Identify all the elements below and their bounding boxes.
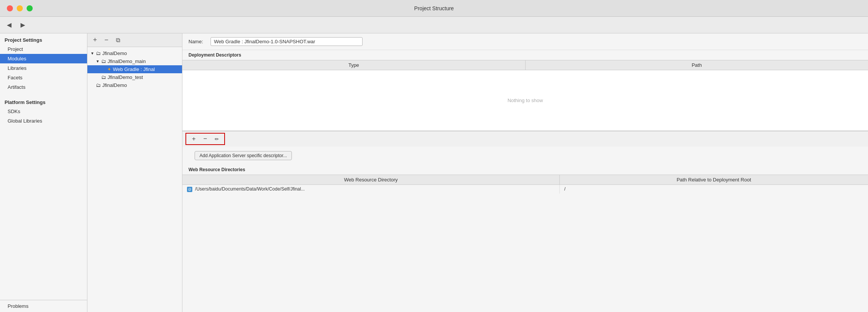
maximize-button[interactable] [27, 5, 33, 11]
folder-icon: 🗂 [96, 82, 101, 88]
platform-settings-heading: Platform Settings [0, 96, 87, 107]
deployment-descriptors-heading: Deployment Descriptors [182, 50, 868, 60]
empty-table-area: Nothing to show [182, 70, 868, 131]
folder-icon: 🗂 [96, 50, 101, 56]
star-icon: ✦ [107, 66, 111, 72]
window-title: Project Structure [414, 5, 454, 11]
sidebar-item-facets[interactable]: Facets [0, 73, 87, 82]
web-resource-table: Web Resource Directory Path Relative to … [182, 175, 868, 194]
tree-item-jfinaldemo2[interactable]: 🗂 JfinalDemo [87, 81, 182, 89]
sidebar-item-modules[interactable]: Modules [0, 54, 87, 63]
name-value[interactable]: Web Gradle : JfinalDemo-1.0-SNAPSHOT.war [211, 37, 363, 46]
titlebar: Project Structure [0, 0, 868, 17]
sidebar-item-artifacts[interactable]: Artifacts [0, 82, 87, 92]
tree-item-jfinaldemo-root[interactable]: ▼ 🗂 JfinalDemo [87, 49, 182, 57]
folder-icon: 🗂 [101, 74, 106, 80]
tree-item-label: JfinalDemo_test [108, 74, 143, 80]
tree-item-label: Web Gradle : Jfinal [113, 66, 155, 72]
tree-item-web-gradle[interactable]: ✦ Web Gradle : Jfinal [87, 65, 182, 73]
project-settings-heading: Project Settings [0, 33, 87, 44]
content-panel: Name: Web Gradle : JfinalDemo-1.0-SNAPSH… [182, 33, 868, 312]
tree-content: ▼ 🗂 JfinalDemo ▼ 🗂 JfinalDemo_main ✦ Web… [87, 47, 182, 312]
add-server-button[interactable]: Add Application Server specific descript… [195, 151, 292, 160]
tree-item-label: JfinalDemo_main [108, 58, 146, 64]
tree-panel: + − ⧉ ▼ 🗂 JfinalDemo ▼ 🗂 JfinalDemo_main… [87, 33, 182, 312]
minimize-button[interactable] [17, 5, 23, 11]
col-type: Type [182, 60, 525, 70]
sidebar-item-sdks[interactable]: SDKs [0, 107, 87, 116]
tree-copy-button[interactable]: ⧉ [113, 36, 122, 44]
deployment-descriptors-section: Deployment Descriptors Type Path Nothing… [182, 50, 868, 147]
deployment-remove-button[interactable]: − [200, 135, 210, 143]
tree-item-jfinaldemo-test[interactable]: 🗂 JfinalDemo_test [87, 73, 182, 81]
name-row: Name: Web Gradle : JfinalDemo-1.0-SNAPSH… [182, 33, 868, 50]
web-resource-section: Web Resource Directories Web Resource Di… [182, 165, 868, 194]
arrow-icon: ▼ [96, 59, 101, 63]
deployment-toolbar-highlighted: + − ✏ [185, 133, 225, 145]
forward-button[interactable]: ▶ [17, 20, 28, 30]
web-dir-cell: @ /Users/baidu/Documents/Data/Work/Code/… [182, 185, 559, 194]
sidebar: Project Settings Project Modules Librari… [0, 33, 87, 312]
tree-item-jfinaldemo-main[interactable]: ▼ 🗂 JfinalDemo_main [87, 57, 182, 65]
tree-add-button[interactable]: + [90, 36, 100, 44]
sidebar-item-global-libraries[interactable]: Global Libraries [0, 116, 87, 126]
tree-toolbar: + − ⧉ [87, 33, 182, 47]
tree-item-label: JfinalDemo [102, 82, 127, 88]
tree-remove-button[interactable]: − [102, 36, 111, 44]
folder-icon: 🗂 [101, 58, 106, 64]
sidebar-item-libraries[interactable]: Libraries [0, 63, 87, 73]
deployment-edit-button[interactable]: ✏ [212, 135, 222, 143]
name-label: Name: [188, 39, 207, 44]
deployment-toolbar-wrapper: + − ✏ [182, 131, 868, 147]
sidebar-item-project[interactable]: Project [0, 44, 87, 54]
close-button[interactable] [7, 5, 13, 11]
deployment-descriptors-table: Type Path [182, 60, 868, 70]
back-button[interactable]: ◀ [4, 20, 14, 30]
col-deploy-root: Path Relative to Deployment Root [559, 175, 868, 185]
add-server-wrapper: Add Application Server specific descript… [182, 147, 868, 165]
web-dir-value: /Users/baidu/Documents/Data/Work/Code/Se… [195, 186, 305, 192]
sidebar-item-problems[interactable]: Problems [0, 300, 87, 312]
table-row: @ /Users/baidu/Documents/Data/Work/Code/… [182, 185, 868, 194]
deploy-root-cell: / [559, 185, 868, 194]
main-layout: Project Settings Project Modules Librari… [0, 33, 868, 312]
tree-item-label: JfinalDemo [102, 50, 127, 56]
arrow-icon: ▼ [90, 51, 96, 55]
empty-message: Nothing to show [507, 98, 543, 103]
col-path: Path [525, 60, 868, 70]
deployment-add-button[interactable]: + [189, 135, 199, 143]
navbar: ◀ ▶ [0, 17, 868, 33]
col-web-dir: Web Resource Directory [182, 175, 559, 185]
web-dir-icon: @ [187, 187, 192, 192]
window-controls [7, 5, 33, 11]
web-resource-heading: Web Resource Directories [182, 165, 868, 175]
